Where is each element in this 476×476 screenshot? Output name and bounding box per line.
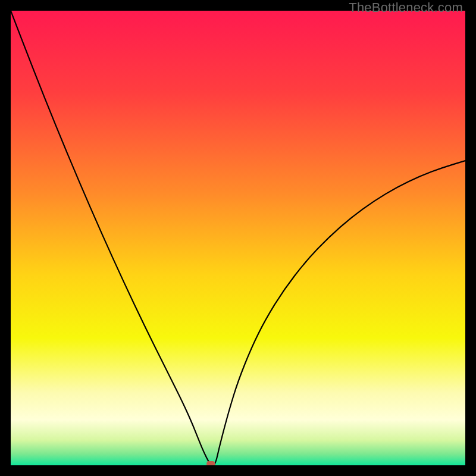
chart-frame xyxy=(11,11,465,465)
chart-background xyxy=(11,11,465,465)
bottleneck-chart xyxy=(11,11,465,465)
watermark-label: TheBottleneck.com xyxy=(349,0,463,15)
optimal-point-marker xyxy=(206,461,215,465)
